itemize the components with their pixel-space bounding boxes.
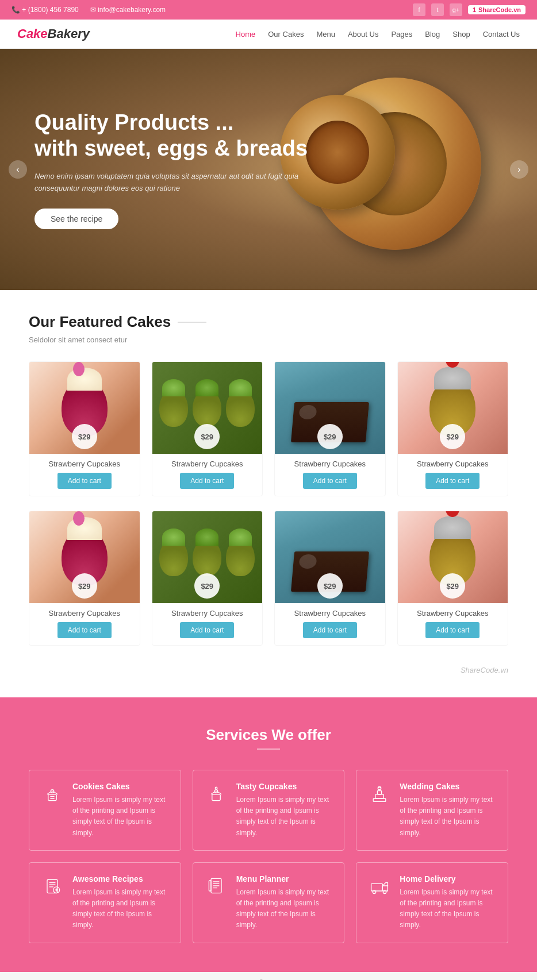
- top-bar-right: f t g+ 1 ShareCode.vn: [413, 3, 526, 16]
- service-desc-menu: Lorem Ipsum is simply my text of the pri…: [236, 887, 333, 931]
- cake-image-4: $29: [398, 362, 508, 454]
- price-badge-2: $29: [194, 424, 220, 449]
- service-title-cupcakes: Tasty Cupcakes: [236, 782, 333, 791]
- twitter-icon[interactable]: t: [431, 3, 444, 16]
- services-grid: Cookies Cakes Lorem Ipsum is simply my t…: [29, 770, 508, 943]
- cake-name-7: Strawberry Cupcakes: [275, 603, 385, 622]
- svg-rect-2: [212, 794, 220, 801]
- nav-pages[interactable]: Pages: [391, 30, 412, 38]
- nav-links: Home Our Cakes Menu About Us Pages Blog …: [236, 30, 520, 38]
- service-text-cookies: Cookies Cakes Lorem Ipsum is simply my t…: [72, 782, 169, 839]
- facebook-icon[interactable]: f: [413, 3, 425, 16]
- footer: Copyright © ShareCode.vn: [0, 972, 537, 981]
- next-slide-button[interactable]: ›: [510, 160, 528, 179]
- cake-image-6: $29: [152, 511, 263, 603]
- nav-about-us[interactable]: About Us: [348, 30, 378, 38]
- svg-rect-7: [378, 791, 382, 794]
- add-to-cart-7[interactable]: Add to cart: [303, 622, 357, 638]
- svg-rect-0: [48, 794, 56, 801]
- nav-contact-us[interactable]: Contact Us: [483, 30, 520, 38]
- service-desc-cookies: Lorem Ipsum is simply my text of the pri…: [72, 794, 169, 839]
- svg-rect-13: [371, 883, 383, 891]
- service-card-cupcakes: Tasty Cupcakes Lorem Ipsum is simply my …: [193, 770, 345, 851]
- service-card-wedding: Wedding Cakes Lorem Ipsum is simply my t…: [356, 770, 508, 851]
- service-text-wedding: Wedding Cakes Lorem Ipsum is simply my t…: [400, 782, 496, 839]
- awesome-recipes-icon: [41, 874, 64, 897]
- service-desc-delivery: Lorem Ipsum is simply my text of the pri…: [400, 887, 496, 931]
- nav-our-cakes[interactable]: Our Cakes: [268, 30, 304, 38]
- service-text-delivery: Home Delivery Lorem Ipsum is simply my t…: [400, 874, 496, 931]
- hero-section: ‹ Quality Products ... with sweet, eggs …: [0, 49, 537, 290]
- badge-label: 1: [473, 6, 476, 13]
- service-desc-cupcakes: Lorem Ipsum is simply my text of the pri…: [236, 794, 333, 839]
- cakes-grid-row1: $29 Strawberry Cupcakes Add to cart: [29, 361, 508, 496]
- price-badge-7: $29: [317, 573, 343, 599]
- add-to-cart-6[interactable]: Add to cart: [180, 622, 234, 638]
- add-to-cart-8[interactable]: Add to cart: [425, 622, 480, 638]
- service-desc-recipes: Lorem Ipsum is simply my text of the pri…: [72, 887, 169, 931]
- logo[interactable]: CakeBakery: [17, 26, 90, 41]
- cake-name-6: Strawberry Cupcakes: [152, 603, 263, 622]
- services-divider: [257, 748, 280, 750]
- svg-point-1: [51, 790, 53, 793]
- prev-slide-button[interactable]: ‹: [9, 160, 27, 179]
- cake-name-1: Strawberry Cupcakes: [29, 454, 140, 473]
- svg-point-4: [215, 787, 217, 789]
- services-section: Services We offer Cookies Cakes Lorem Ip…: [0, 697, 537, 972]
- hero-content: Quality Products ... with sweet, eggs & …: [34, 110, 322, 230]
- service-desc-wedding: Lorem Ipsum is simply my text of the pri…: [400, 794, 496, 839]
- featured-inner: Our Featured Cakes Seldolor sit amet con…: [0, 290, 537, 697]
- watermark: ShareCode.vn: [29, 660, 508, 680]
- googleplus-icon[interactable]: g+: [450, 3, 462, 16]
- cake-card-1: $29 Strawberry Cupcakes Add to cart: [29, 361, 140, 496]
- cake-image-3: $29: [275, 362, 385, 454]
- add-to-cart-2[interactable]: Add to cart: [180, 473, 234, 489]
- service-card-cookies: Cookies Cakes Lorem Ipsum is simply my t…: [29, 770, 181, 851]
- top-bar-left: 📞 + (1800) 456 7890 ✉ info@cakebakery.co…: [11, 6, 166, 14]
- nav-shop[interactable]: Shop: [452, 30, 470, 38]
- service-text-recipes: Awesome Recipes Lorem Ipsum is simply my…: [72, 874, 169, 931]
- cake-card-5: $29 Strawberry Cupcakes Add to cart: [29, 511, 140, 646]
- service-title-wedding: Wedding Cakes: [400, 782, 496, 791]
- service-text-cupcakes: Tasty Cupcakes Lorem Ipsum is simply my …: [236, 782, 333, 839]
- badge-text: ShareCode.vn: [478, 6, 521, 13]
- price-badge-8: $29: [440, 573, 465, 599]
- services-title: Services We offer: [29, 726, 508, 744]
- cake-card-6: $29 Strawberry Cupcakes Add to cart: [152, 511, 263, 646]
- add-to-cart-3[interactable]: Add to cart: [303, 473, 357, 489]
- cookies-cakes-icon: [41, 782, 64, 805]
- service-card-delivery: Home Delivery Lorem Ipsum is simply my t…: [356, 862, 508, 943]
- featured-section: Our Featured Cakes Seldolor sit amet con…: [0, 290, 537, 697]
- service-text-menu: Menu Planner Lorem Ipsum is simply my te…: [236, 874, 333, 931]
- see-recipe-button[interactable]: See the recipe: [34, 209, 118, 229]
- cake-card-8: $29 Strawberry Cupcakes Add to cart: [397, 511, 509, 646]
- service-title-menu: Menu Planner: [236, 874, 333, 883]
- add-to-cart-5[interactable]: Add to cart: [57, 622, 112, 638]
- section-title: Our Featured Cakes: [29, 313, 508, 331]
- svg-rect-5: [374, 798, 386, 801]
- sharecode-badge: 1 ShareCode.vn: [468, 5, 526, 14]
- navigation: CakeBakery Home Our Cakes Menu About Us …: [0, 20, 537, 49]
- nav-blog[interactable]: Blog: [425, 30, 440, 38]
- add-to-cart-4[interactable]: Add to cart: [425, 473, 480, 489]
- add-to-cart-1[interactable]: Add to cart: [57, 473, 112, 489]
- service-title-delivery: Home Delivery: [400, 874, 496, 883]
- price-badge-4: $29: [440, 424, 465, 449]
- top-bar: 📞 + (1800) 456 7890 ✉ info@cakebakery.co…: [0, 0, 537, 20]
- price-badge-5: $29: [72, 573, 97, 599]
- cake-name-2: Strawberry Cupcakes: [152, 454, 263, 473]
- phone-icon: 📞 + (1800) 456 7890: [11, 6, 79, 14]
- nav-home[interactable]: Home: [236, 30, 256, 38]
- logo-bakery: Bakery: [48, 26, 90, 41]
- title-divider: [178, 322, 206, 323]
- cake-name-5: Strawberry Cupcakes: [29, 603, 140, 622]
- cake-image-7: $29: [275, 511, 385, 603]
- tasty-cupcakes-icon: [205, 782, 228, 805]
- nav-menu[interactable]: Menu: [316, 30, 335, 38]
- home-delivery-icon: [368, 874, 391, 897]
- price-badge-1: $29: [72, 424, 97, 449]
- price-badge-3: $29: [317, 424, 343, 449]
- cake-card-2: $29 Strawberry Cupcakes Add to cart: [152, 361, 263, 496]
- svg-point-3: [214, 790, 217, 793]
- cake-card-3: $29 Strawberry Cupcakes Add to cart: [274, 361, 386, 496]
